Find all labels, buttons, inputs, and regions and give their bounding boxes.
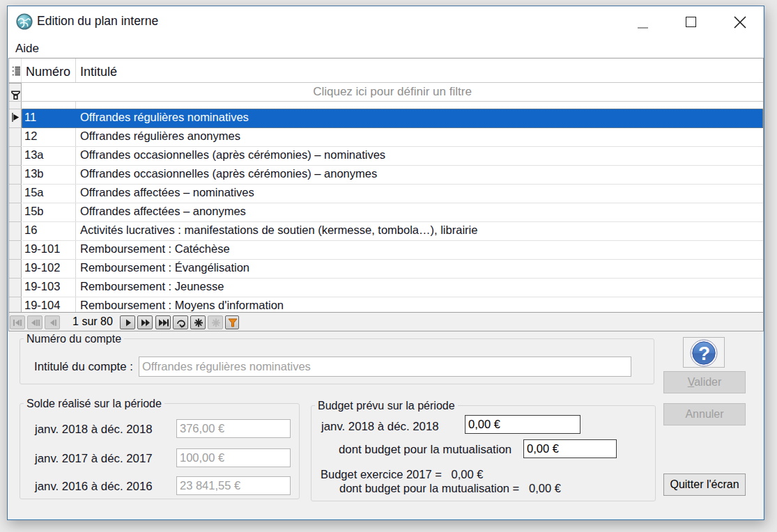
svg-text:?: ? <box>698 343 710 364</box>
